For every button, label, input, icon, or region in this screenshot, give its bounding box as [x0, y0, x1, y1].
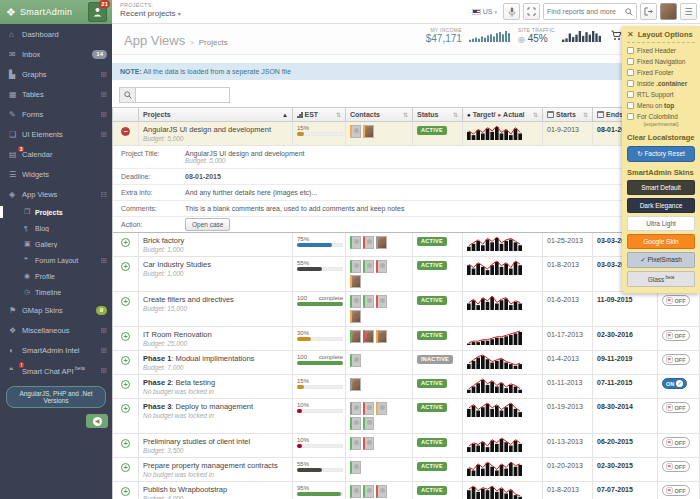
global-search-input[interactable]	[547, 8, 625, 15]
contact-avatar[interactable]	[376, 260, 387, 273]
column-header-contacts[interactable]: Contacts⇅	[346, 108, 413, 121]
contact-avatar[interactable]	[363, 295, 374, 308]
expand-icon[interactable]: ⊞	[100, 70, 107, 79]
project-selector[interactable]: Recent projects ▾	[120, 9, 181, 18]
skin-button-ultra-light[interactable]: Ultra Light	[627, 216, 695, 231]
skin-button-dark-elegance[interactable]: Dark Elegance	[627, 198, 695, 213]
sidebar-item-gmap-skins[interactable]: ⚑GMap Skins9	[0, 300, 112, 320]
expand-icon[interactable]: ⊞	[100, 256, 107, 265]
expand-icon[interactable]: ⊞	[100, 346, 107, 355]
contact-avatar[interactable]	[363, 330, 374, 343]
contact-avatar[interactable]	[350, 125, 361, 138]
expand-row-icon[interactable]: +	[121, 332, 130, 341]
layout-option-fixed-header[interactable]: Fixed Header	[627, 47, 695, 54]
column-header-starts[interactable]: Starts⇅	[543, 108, 593, 121]
contact-avatar[interactable]	[350, 295, 361, 308]
skin-button-pixelsmash[interactable]: ✓ PixelSmash	[627, 252, 695, 268]
sidebar-item-tables[interactable]: ▦Tables⊞	[0, 84, 112, 104]
row-toggle[interactable]: ON✓	[662, 378, 687, 389]
expand-row-icon[interactable]: +	[121, 262, 130, 271]
user-avatar[interactable]	[660, 3, 677, 20]
checkbox[interactable]	[627, 69, 634, 76]
close-icon[interactable]: ✕	[627, 30, 634, 39]
checkbox[interactable]	[627, 80, 634, 87]
sidebar-item-timeline[interactable]: ◷Timeline	[0, 284, 112, 300]
contact-avatar[interactable]	[376, 402, 387, 415]
menu-button[interactable]: ☰	[680, 3, 697, 20]
column-header-projects[interactable]: Projects▲	[139, 108, 293, 121]
open-case-button[interactable]: Open case	[185, 218, 230, 231]
expand-row-icon[interactable]: +	[121, 297, 130, 306]
sidebar-item-ui-elements[interactable]: ❏UI Elements⊞	[0, 124, 112, 144]
contact-avatar[interactable]	[350, 437, 361, 450]
cart-icon[interactable]	[611, 30, 622, 41]
skin-button-glass[interactable]: Glass beta	[627, 271, 695, 287]
row-toggle[interactable]: ×OFF	[662, 354, 690, 365]
row-toggle[interactable]: ×OFF	[662, 402, 690, 413]
row-toggle[interactable]: ×OFF	[662, 330, 690, 341]
search-icon[interactable]	[625, 8, 633, 16]
sidebar-item-projects[interactable]: ❐Projects	[0, 204, 112, 220]
layout-option-inside[interactable]: Inside .container	[627, 80, 695, 87]
column-header-est[interactable]: EST⇅	[293, 108, 346, 121]
sidebar-item-miscellaneous[interactable]: ❖Miscellaneous⊞	[0, 320, 112, 340]
contact-avatar[interactable]	[350, 417, 361, 430]
contact-avatar[interactable]	[363, 260, 374, 273]
sidebar-item-blog[interactable]: ¶Blog	[0, 220, 112, 236]
minify-menu-button[interactable]: ◀	[86, 414, 108, 428]
contact-avatar[interactable]	[363, 125, 374, 138]
contact-avatar[interactable]	[376, 485, 387, 498]
expand-icon[interactable]: ⊞	[100, 90, 107, 99]
sidebar-item-calendar[interactable]: ▤3Calendar	[0, 144, 112, 164]
fullscreen-button[interactable]	[523, 3, 540, 20]
column-header-target-actual[interactable]: ●Target/●Actual⇅	[463, 108, 543, 121]
collapse-icon[interactable]: ⊟	[100, 190, 107, 199]
layout-option-for-colorblind[interactable]: For Colorblind	[627, 113, 695, 120]
row-toggle[interactable]: ×OFF	[662, 485, 690, 496]
contact-avatar[interactable]	[350, 260, 361, 273]
sidebar-item-inbox[interactable]: ✉Inbox14	[0, 44, 112, 64]
sidebar-item-gallery[interactable]: ▣Gallery	[0, 236, 112, 252]
sidebar-item-widgets[interactable]: ☰Widgets	[0, 164, 112, 184]
row-toggle[interactable]: ×OFF	[662, 295, 690, 306]
expand-row-icon[interactable]: +	[121, 238, 130, 247]
voice-command-button[interactable]	[503, 3, 520, 20]
contact-avatar[interactable]	[350, 236, 361, 249]
contact-avatar[interactable]	[350, 275, 361, 288]
contact-avatar[interactable]	[363, 485, 374, 498]
sidebar-item-app-views[interactable]: ◈App Views⊟	[0, 184, 112, 204]
contact-avatar[interactable]	[350, 461, 361, 474]
contact-avatar[interactable]	[376, 295, 387, 308]
sidebar-item-smartadmin-intel[interactable]: ◐SmartAdmin Intel⊞	[0, 340, 112, 360]
sidebar-item-forms[interactable]: ✎Forms⊞	[0, 104, 112, 124]
contact-avatar[interactable]	[363, 236, 374, 249]
layout-option-fixed-footer[interactable]: Fixed Footer	[627, 69, 695, 76]
contact-avatar[interactable]	[376, 330, 387, 343]
expand-icon[interactable]: ⊞	[100, 110, 107, 119]
contact-avatar[interactable]	[350, 330, 361, 343]
sidebar-item-smart-chat-api[interactable]: ❝!Smart Chat API beta⊞	[0, 360, 112, 380]
expand-row-icon[interactable]: +	[121, 404, 130, 413]
sidebar-item-forum-layout[interactable]: ❝Forum Layout⊞	[0, 252, 112, 268]
layout-option-menu-on[interactable]: Menu on top	[627, 102, 695, 109]
skin-button-google-skin[interactable]: Google Skin	[627, 234, 695, 249]
checkbox[interactable]	[627, 91, 634, 98]
checkbox[interactable]	[627, 113, 634, 120]
expand-row-icon[interactable]: +	[121, 487, 130, 496]
sidebar-item-profile[interactable]: ◉Profile	[0, 268, 112, 284]
contact-avatar[interactable]	[376, 236, 387, 249]
expand-row-icon[interactable]: +	[121, 356, 130, 365]
expand-icon[interactable]: ⊞	[100, 326, 107, 335]
checkbox[interactable]	[627, 102, 634, 109]
language-selector[interactable]: US▾	[472, 8, 497, 15]
versions-button[interactable]: AngularJS, PHP and .Net Versions	[6, 386, 106, 408]
expand-row-icon[interactable]: +	[121, 463, 130, 472]
expand-row-icon[interactable]: +	[121, 439, 130, 448]
sidebar-item-graphs[interactable]: ▙Graphs⊞	[0, 64, 112, 84]
row-toggle[interactable]: ×OFF	[662, 461, 690, 472]
table-search-input[interactable]	[135, 87, 230, 103]
contact-avatar[interactable]	[350, 378, 361, 391]
layout-option-fixed-navigation[interactable]: Fixed Navigation	[627, 58, 695, 65]
expand-row-icon[interactable]: +	[121, 380, 130, 389]
layout-option-rtl-support[interactable]: RTL Support	[627, 91, 695, 98]
